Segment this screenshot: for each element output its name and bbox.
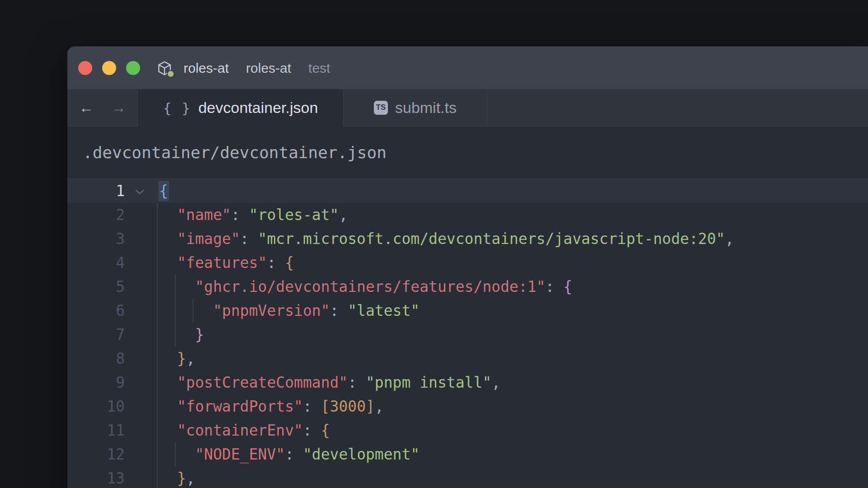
code-token: : — [285, 446, 303, 463]
code-editor[interactable]: 1{2 "name": "roles-at",3 "image": "mcr.m… — [67, 179, 868, 488]
code-token: } — [195, 326, 204, 343]
code-token: : — [303, 422, 321, 439]
code-token: "latest" — [348, 302, 420, 319]
tab-submit-ts[interactable]: TS submit.ts — [344, 89, 487, 127]
code-token: 3000 — [330, 398, 366, 415]
close-button[interactable] — [78, 61, 92, 75]
code-line[interactable]: 13 }, — [67, 466, 868, 488]
code-token — [159, 398, 177, 415]
code-line[interactable]: 12 "NODE_ENV": "development" — [67, 442, 868, 466]
line-number: 1 — [67, 179, 125, 203]
typescript-file-icon: TS — [374, 101, 388, 115]
title-project-name[interactable]: roles-at — [184, 61, 229, 76]
project-status-dot — [167, 70, 175, 78]
code-token: : — [348, 374, 366, 391]
code-token: } — [177, 469, 186, 487]
code-line[interactable]: 6 "pnpmVersion": "latest" — [67, 299, 868, 323]
line-number: 3 — [67, 227, 125, 251]
code-token: "image" — [177, 230, 240, 248]
code-token: "pnpm install" — [366, 374, 491, 391]
line-number: 10 — [67, 394, 125, 418]
title-branch-name[interactable]: test — [308, 61, 330, 76]
code-line[interactable]: 4 "features": { — [67, 251, 868, 275]
code-token: , — [339, 206, 348, 224]
code-token: { — [563, 278, 572, 296]
project-cube-icon — [156, 60, 173, 77]
traffic-lights — [78, 61, 140, 75]
code-token: : — [330, 302, 348, 319]
code-token: : — [267, 254, 285, 272]
back-arrow-icon[interactable]: ← — [79, 99, 94, 116]
code-token: "ghcr.io/devcontainers/features/node:1" — [195, 278, 545, 296]
code-token: , — [186, 469, 195, 487]
code-token: , — [725, 230, 734, 248]
code-line[interactable]: 1{ — [67, 179, 868, 203]
tab-devcontainer-json[interactable]: { } devcontainer.json — [138, 89, 344, 127]
line-number: 11 — [67, 418, 125, 442]
code-token: ] — [366, 398, 375, 415]
line-number: 9 — [67, 371, 125, 394]
code-token: , — [186, 350, 195, 367]
line-number: 7 — [67, 323, 125, 347]
code-token — [159, 422, 177, 439]
tab-bar: ← → { } devcontainer.json TS submit.ts — [67, 89, 868, 127]
code-token: { — [321, 422, 330, 439]
forward-arrow-icon[interactable]: → — [112, 99, 126, 116]
title-repo-name[interactable]: roles-at — [246, 61, 291, 76]
line-number: 13 — [67, 466, 125, 488]
line-number: 4 — [67, 251, 125, 275]
code-token: : — [545, 278, 563, 296]
fold-chevron-icon[interactable] — [125, 179, 159, 203]
zoom-button[interactable] — [126, 61, 140, 75]
json-file-icon: { } — [163, 100, 191, 116]
tab-label: devcontainer.json — [198, 99, 318, 117]
line-number: 8 — [67, 347, 125, 371]
code-line[interactable]: 10 "forwardPorts": [3000], — [67, 394, 868, 418]
code-token — [159, 206, 177, 224]
code-token: "roles-at" — [249, 206, 339, 224]
code-token: { — [158, 181, 169, 201]
code-token: { — [285, 254, 294, 272]
code-token — [159, 254, 177, 272]
line-number: 2 — [67, 203, 125, 227]
code-token: "containerEnv" — [177, 422, 303, 439]
line-number: 5 — [67, 275, 125, 299]
code-token: "name" — [177, 206, 231, 224]
code-token — [159, 278, 195, 296]
code-token: "features" — [177, 254, 267, 272]
code-line[interactable]: 9 "postCreateCommand": "pnpm install", — [67, 371, 868, 394]
code-token: "mcr.microsoft.com/devcontainers/javascr… — [258, 230, 725, 248]
history-nav: ← → — [67, 89, 138, 127]
line-number: 12 — [67, 442, 125, 466]
code-token — [159, 350, 177, 367]
code-line[interactable]: 7 } — [67, 323, 868, 347]
code-line[interactable]: 3 "image": "mcr.microsoft.com/devcontain… — [67, 227, 868, 251]
code-line[interactable]: 5 "ghcr.io/devcontainers/features/node:1… — [67, 275, 868, 299]
code-token: "postCreateCommand" — [177, 374, 348, 391]
code-token: "development" — [303, 446, 420, 463]
code-token: : — [240, 230, 258, 248]
code-token: [ — [321, 398, 330, 415]
line-number: 6 — [67, 299, 125, 323]
title-bar[interactable]: roles-at roles-at test — [67, 47, 868, 89]
code-token: , — [375, 398, 384, 415]
breadcrumb-path: .devcontainer/devcontainer.json — [83, 143, 387, 162]
code-token: "pnpmVersion" — [213, 302, 330, 319]
tab-bar-empty-area — [487, 89, 868, 127]
code-token: , — [491, 374, 500, 391]
tab-label: submit.ts — [395, 99, 457, 117]
code-line[interactable]: 2 "name": "roles-at", — [67, 203, 868, 227]
code-token — [159, 326, 195, 343]
code-line[interactable]: 11 "containerEnv": { — [67, 418, 868, 442]
code-token: : — [231, 206, 249, 224]
code-line[interactable]: 8 }, — [67, 347, 868, 371]
code-token — [159, 446, 195, 463]
code-token — [159, 469, 177, 487]
code-token: } — [177, 350, 186, 367]
minimize-button[interactable] — [102, 61, 116, 75]
code-token — [159, 374, 177, 391]
code-token: : — [303, 398, 321, 415]
editor-window: roles-at roles-at test ← → { } devcontai… — [67, 47, 868, 488]
breadcrumb[interactable]: .devcontainer/devcontainer.json — [67, 127, 868, 179]
code-token — [159, 230, 177, 248]
